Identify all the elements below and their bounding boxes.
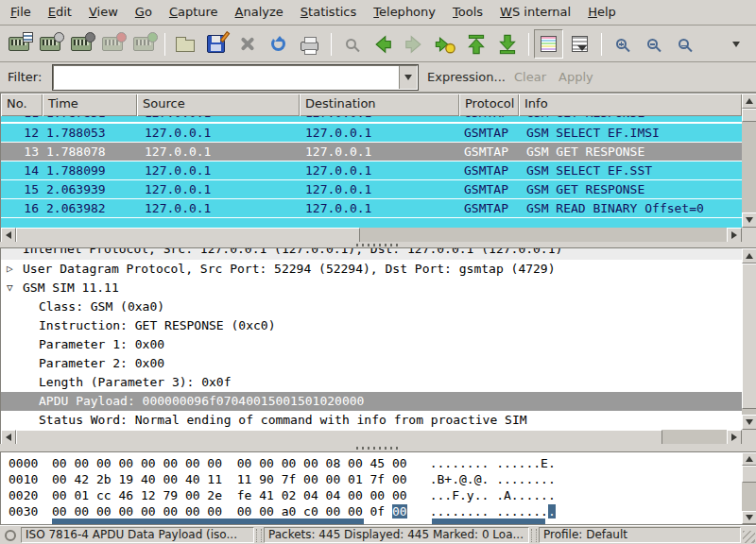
packet-list-vscrollbar[interactable] bbox=[742, 94, 756, 228]
menu-capture[interactable]: Capture bbox=[161, 1, 227, 24]
filter-dropdown-button[interactable] bbox=[399, 66, 417, 89]
toolbar-button-restart-capture[interactable] bbox=[129, 29, 158, 59]
toolbar-button-find-packet[interactable] bbox=[336, 29, 366, 59]
scroll-thumb[interactable] bbox=[742, 264, 756, 409]
details-hscrollbar[interactable] bbox=[1, 430, 742, 445]
toolbar-button-zoom-out[interactable] bbox=[638, 29, 667, 59]
toolbar-button-stop-capture[interactable] bbox=[97, 29, 127, 59]
detail-row-clipped[interactable]: Internet Protocol, Src: 127.0.0.1 (127.0… bbox=[1, 248, 742, 260]
detail-row-instruction[interactable]: Instruction: GET RESPONSE (0xc0) bbox=[1, 316, 742, 335]
toolbar-button-start-capture[interactable] bbox=[66, 29, 95, 59]
hex-ascii[interactable]: ........ ......E. bbox=[430, 456, 556, 470]
toolbar-button-zoom-100[interactable] bbox=[669, 29, 698, 59]
hex-row[interactable]: 002000 01 cc 46 12 79 00 2e fe 41 02 04 … bbox=[1, 487, 742, 503]
hex-ascii[interactable]: ........ ....... bbox=[430, 504, 548, 518]
detail-row-class[interactable]: Class: GSM (0xa0) bbox=[1, 298, 742, 316]
hex-byte-selected[interactable]: 00 bbox=[392, 504, 407, 518]
filter-input[interactable] bbox=[56, 68, 396, 87]
hex-bytes[interactable]: 00 42 2b 19 40 00 40 11 11 90 7f 00 00 0… bbox=[52, 472, 407, 486]
column-header-protocol[interactable]: Protocol bbox=[459, 94, 519, 116]
menu-help[interactable]: Help bbox=[579, 1, 625, 24]
packet-list-hscrollbar[interactable] bbox=[1, 228, 742, 243]
menu-ws-internal[interactable]: WS internal bbox=[491, 1, 579, 24]
expert-info-icon[interactable] bbox=[5, 530, 16, 541]
scroll-up-button[interactable] bbox=[742, 94, 756, 109]
column-header-no[interactable]: No. bbox=[1, 94, 43, 116]
toolbar-button-zoom-in[interactable] bbox=[607, 29, 636, 59]
column-header-time[interactable]: Time bbox=[43, 94, 137, 116]
toolbar-button-go-to-top[interactable] bbox=[461, 29, 490, 59]
packet-row-clipped[interactable]: 11 1.787851 127.0.0.1 127.0.0.1 GSMTAP G… bbox=[1, 116, 742, 124]
packet-row[interactable]: 16 2.063982 127.0.0.1 127.0.0.1 GSMTAP G… bbox=[1, 199, 742, 218]
pane-splitter[interactable] bbox=[0, 444, 756, 451]
toolbar-button-more-tools[interactable] bbox=[721, 29, 750, 59]
statusbar-grip[interactable] bbox=[531, 529, 537, 542]
packet-row[interactable]: 11 1.787851 127.0.0.1 127.0.0.1 GSMTAP G… bbox=[1, 116, 742, 123]
scroll-thumb[interactable] bbox=[742, 109, 756, 122]
column-header-destination[interactable]: Destination bbox=[300, 94, 459, 116]
detail-row-status-word[interactable]: Status Word: Normal ending of command wi… bbox=[1, 411, 742, 430]
hex-bytes[interactable]: 00 00 00 00 00 00 00 00 00 00 a0 c0 00 0… bbox=[52, 504, 392, 518]
column-header-source[interactable]: Source bbox=[137, 94, 300, 116]
scroll-down-button[interactable] bbox=[742, 212, 756, 228]
window-resize-grip[interactable] bbox=[743, 531, 755, 543]
hex-bytes[interactable]: 00 00 00 00 00 00 00 00 00 00 00 00 08 0… bbox=[52, 456, 407, 470]
expander-collapsed-icon[interactable]: ▷ bbox=[7, 260, 13, 279]
details-vscrollbar[interactable] bbox=[742, 248, 756, 430]
packet-row[interactable]: 14 1.788099 127.0.0.1 127.0.0.1 GSMTAP G… bbox=[1, 162, 742, 180]
toolbar-button-auto-scroll[interactable] bbox=[565, 29, 594, 59]
hex-row[interactable]: 001000 42 2b 19 40 00 40 11 11 90 7f 00 … bbox=[1, 471, 742, 487]
toolbar-button-open-file[interactable] bbox=[170, 29, 199, 59]
scroll-left-button[interactable] bbox=[1, 430, 16, 445]
toolbar-button-go-forward[interactable] bbox=[399, 29, 428, 59]
column-header-info[interactable]: Info bbox=[519, 94, 742, 116]
scroll-right-button[interactable] bbox=[727, 430, 742, 445]
toolbar-button-reload-file[interactable] bbox=[264, 29, 293, 59]
scroll-down-button[interactable] bbox=[742, 511, 756, 524]
menu-telephony[interactable]: Telephony bbox=[365, 1, 444, 24]
detail-row-udp[interactable]: ▷User Datagram Protocol, Src Port: 52294… bbox=[1, 260, 742, 279]
expander-expanded-icon[interactable]: ▽ bbox=[7, 279, 13, 298]
menu-tools[interactable]: Tools bbox=[444, 1, 491, 24]
toolbar-button-go-to-bottom[interactable] bbox=[492, 29, 522, 59]
packet-row-partial[interactable] bbox=[1, 218, 742, 228]
statusbar-grip[interactable] bbox=[256, 529, 262, 542]
menu-view[interactable]: View bbox=[80, 1, 127, 24]
toolbar-button-list-interfaces[interactable] bbox=[4, 29, 33, 59]
apply-button[interactable]: Apply bbox=[558, 70, 593, 84]
scroll-thumb[interactable] bbox=[16, 228, 360, 243]
detail-row[interactable]: Internet Protocol, Src: 127.0.0.1 (127.0… bbox=[1, 248, 742, 259]
scroll-up-button[interactable] bbox=[742, 452, 756, 466]
toolbar-button-capture-options[interactable] bbox=[35, 29, 64, 59]
scroll-thumb[interactable] bbox=[742, 466, 756, 483]
detail-row-parameter-2[interactable]: Parameter 2: 0x00 bbox=[1, 354, 742, 373]
hex-row[interactable]: 000000 00 00 00 00 00 00 00 00 00 00 00 … bbox=[1, 455, 742, 471]
scroll-thumb[interactable] bbox=[16, 430, 662, 445]
detail-row-gsm-sim[interactable]: ▽GSM SIM 11.11 bbox=[1, 279, 742, 298]
hex-ascii-selected[interactable]: . bbox=[548, 504, 556, 518]
detail-row-length[interactable]: Length (Parameter 3): 0x0f bbox=[1, 373, 742, 392]
scroll-up-button[interactable] bbox=[742, 248, 756, 264]
scroll-right-button[interactable] bbox=[727, 228, 742, 243]
hex-ascii[interactable]: ...F.y.. .A...... bbox=[430, 488, 556, 502]
scroll-left-button[interactable] bbox=[1, 228, 16, 243]
menu-edit[interactable]: Edit bbox=[40, 1, 80, 24]
toolbar-button-go-back[interactable] bbox=[368, 29, 397, 59]
hex-row[interactable]: 003000 00 00 00 00 00 00 00 00 00 a0 c0 … bbox=[1, 503, 742, 519]
menu-statistics[interactable]: Statistics bbox=[292, 1, 365, 24]
expression-button[interactable]: Expression... bbox=[427, 70, 506, 84]
hex-bytes[interactable]: 00 01 cc 46 12 79 00 2e fe 41 02 04 04 0… bbox=[52, 488, 407, 502]
packet-row-selected[interactable]: 13 1.788078 127.0.0.1 127.0.0.1 GSMTAP G… bbox=[1, 143, 742, 162]
menu-go[interactable]: Go bbox=[127, 1, 161, 24]
menu-file[interactable]: File bbox=[2, 1, 40, 24]
detail-row-parameter-1[interactable]: Parameter 1: 0x00 bbox=[1, 335, 742, 354]
detail-row-apdu-payload-selected[interactable]: APDU Payload: 000000096f0704001500150102… bbox=[1, 392, 742, 411]
toolbar-button-colorize[interactable] bbox=[534, 29, 563, 59]
toolbar-button-close-file[interactable] bbox=[232, 29, 262, 59]
clear-button[interactable]: Clear bbox=[514, 70, 546, 84]
scroll-down-button[interactable] bbox=[742, 415, 756, 430]
packet-row[interactable]: 12 1.788053 127.0.0.1 127.0.0.1 GSMTAP G… bbox=[1, 124, 742, 143]
packet-row[interactable]: 15 2.063939 127.0.0.1 127.0.0.1 GSMTAP G… bbox=[1, 180, 742, 199]
hex-vscrollbar[interactable] bbox=[742, 452, 756, 524]
hex-ascii[interactable]: .B+.@.@. ........ bbox=[430, 472, 556, 486]
